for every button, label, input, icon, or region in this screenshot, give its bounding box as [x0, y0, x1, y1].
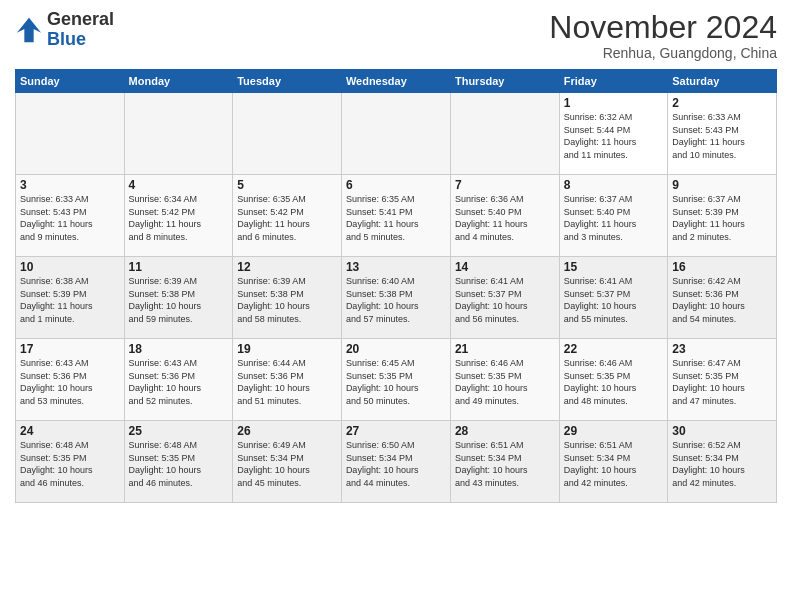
table-row: 17Sunrise: 6:43 AM Sunset: 5:36 PM Dayli…	[16, 339, 125, 421]
day-number: 7	[455, 178, 555, 192]
day-number: 17	[20, 342, 120, 356]
day-number: 5	[237, 178, 337, 192]
day-number: 12	[237, 260, 337, 274]
day-info: Sunrise: 6:43 AM Sunset: 5:36 PM Dayligh…	[20, 357, 120, 407]
day-number: 3	[20, 178, 120, 192]
table-row: 19Sunrise: 6:44 AM Sunset: 5:36 PM Dayli…	[233, 339, 342, 421]
day-info: Sunrise: 6:51 AM Sunset: 5:34 PM Dayligh…	[564, 439, 663, 489]
th-thursday: Thursday	[450, 70, 559, 93]
table-row: 18Sunrise: 6:43 AM Sunset: 5:36 PM Dayli…	[124, 339, 233, 421]
table-row: 4Sunrise: 6:34 AM Sunset: 5:42 PM Daylig…	[124, 175, 233, 257]
table-row: 21Sunrise: 6:46 AM Sunset: 5:35 PM Dayli…	[450, 339, 559, 421]
th-tuesday: Tuesday	[233, 70, 342, 93]
table-row: 26Sunrise: 6:49 AM Sunset: 5:34 PM Dayli…	[233, 421, 342, 503]
day-number: 27	[346, 424, 446, 438]
logo-line2: Blue	[47, 30, 114, 50]
calendar-week-row: 3Sunrise: 6:33 AM Sunset: 5:43 PM Daylig…	[16, 175, 777, 257]
location-subtitle: Renhua, Guangdong, China	[549, 45, 777, 61]
day-info: Sunrise: 6:38 AM Sunset: 5:39 PM Dayligh…	[20, 275, 120, 325]
day-info: Sunrise: 6:34 AM Sunset: 5:42 PM Dayligh…	[129, 193, 229, 243]
table-row: 14Sunrise: 6:41 AM Sunset: 5:37 PM Dayli…	[450, 257, 559, 339]
day-info: Sunrise: 6:50 AM Sunset: 5:34 PM Dayligh…	[346, 439, 446, 489]
day-number: 1	[564, 96, 663, 110]
logo-icon	[15, 16, 43, 44]
day-number: 26	[237, 424, 337, 438]
day-info: Sunrise: 6:37 AM Sunset: 5:40 PM Dayligh…	[564, 193, 663, 243]
th-saturday: Saturday	[668, 70, 777, 93]
day-info: Sunrise: 6:32 AM Sunset: 5:44 PM Dayligh…	[564, 111, 663, 161]
day-info: Sunrise: 6:46 AM Sunset: 5:35 PM Dayligh…	[455, 357, 555, 407]
table-row	[341, 93, 450, 175]
calendar-week-row: 1Sunrise: 6:32 AM Sunset: 5:44 PM Daylig…	[16, 93, 777, 175]
day-info: Sunrise: 6:48 AM Sunset: 5:35 PM Dayligh…	[129, 439, 229, 489]
table-row: 27Sunrise: 6:50 AM Sunset: 5:34 PM Dayli…	[341, 421, 450, 503]
table-row	[124, 93, 233, 175]
calendar-table: Sunday Monday Tuesday Wednesday Thursday…	[15, 69, 777, 503]
th-sunday: Sunday	[16, 70, 125, 93]
day-number: 29	[564, 424, 663, 438]
header: General Blue November 2024 Renhua, Guang…	[15, 10, 777, 61]
day-number: 23	[672, 342, 772, 356]
day-info: Sunrise: 6:40 AM Sunset: 5:38 PM Dayligh…	[346, 275, 446, 325]
day-number: 30	[672, 424, 772, 438]
day-info: Sunrise: 6:51 AM Sunset: 5:34 PM Dayligh…	[455, 439, 555, 489]
calendar-header-row: Sunday Monday Tuesday Wednesday Thursday…	[16, 70, 777, 93]
table-row: 2Sunrise: 6:33 AM Sunset: 5:43 PM Daylig…	[668, 93, 777, 175]
day-info: Sunrise: 6:33 AM Sunset: 5:43 PM Dayligh…	[672, 111, 772, 161]
table-row: 11Sunrise: 6:39 AM Sunset: 5:38 PM Dayli…	[124, 257, 233, 339]
calendar-week-row: 24Sunrise: 6:48 AM Sunset: 5:35 PM Dayli…	[16, 421, 777, 503]
day-number: 11	[129, 260, 229, 274]
table-row: 20Sunrise: 6:45 AM Sunset: 5:35 PM Dayli…	[341, 339, 450, 421]
day-number: 18	[129, 342, 229, 356]
day-number: 13	[346, 260, 446, 274]
day-number: 8	[564, 178, 663, 192]
table-row: 25Sunrise: 6:48 AM Sunset: 5:35 PM Dayli…	[124, 421, 233, 503]
day-number: 28	[455, 424, 555, 438]
svg-marker-0	[17, 18, 41, 42]
day-number: 20	[346, 342, 446, 356]
table-row: 22Sunrise: 6:46 AM Sunset: 5:35 PM Dayli…	[559, 339, 667, 421]
page-container: General Blue November 2024 Renhua, Guang…	[0, 0, 792, 508]
table-row: 5Sunrise: 6:35 AM Sunset: 5:42 PM Daylig…	[233, 175, 342, 257]
th-monday: Monday	[124, 70, 233, 93]
table-row: 12Sunrise: 6:39 AM Sunset: 5:38 PM Dayli…	[233, 257, 342, 339]
day-info: Sunrise: 6:41 AM Sunset: 5:37 PM Dayligh…	[455, 275, 555, 325]
table-row: 15Sunrise: 6:41 AM Sunset: 5:37 PM Dayli…	[559, 257, 667, 339]
title-block: November 2024 Renhua, Guangdong, China	[549, 10, 777, 61]
day-number: 4	[129, 178, 229, 192]
day-number: 15	[564, 260, 663, 274]
day-info: Sunrise: 6:39 AM Sunset: 5:38 PM Dayligh…	[237, 275, 337, 325]
day-info: Sunrise: 6:41 AM Sunset: 5:37 PM Dayligh…	[564, 275, 663, 325]
th-friday: Friday	[559, 70, 667, 93]
day-info: Sunrise: 6:48 AM Sunset: 5:35 PM Dayligh…	[20, 439, 120, 489]
day-number: 21	[455, 342, 555, 356]
day-info: Sunrise: 6:49 AM Sunset: 5:34 PM Dayligh…	[237, 439, 337, 489]
day-info: Sunrise: 6:37 AM Sunset: 5:39 PM Dayligh…	[672, 193, 772, 243]
table-row	[450, 93, 559, 175]
day-info: Sunrise: 6:45 AM Sunset: 5:35 PM Dayligh…	[346, 357, 446, 407]
table-row: 28Sunrise: 6:51 AM Sunset: 5:34 PM Dayli…	[450, 421, 559, 503]
day-info: Sunrise: 6:36 AM Sunset: 5:40 PM Dayligh…	[455, 193, 555, 243]
table-row: 3Sunrise: 6:33 AM Sunset: 5:43 PM Daylig…	[16, 175, 125, 257]
table-row: 30Sunrise: 6:52 AM Sunset: 5:34 PM Dayli…	[668, 421, 777, 503]
table-row: 8Sunrise: 6:37 AM Sunset: 5:40 PM Daylig…	[559, 175, 667, 257]
day-info: Sunrise: 6:33 AM Sunset: 5:43 PM Dayligh…	[20, 193, 120, 243]
day-info: Sunrise: 6:52 AM Sunset: 5:34 PM Dayligh…	[672, 439, 772, 489]
table-row: 13Sunrise: 6:40 AM Sunset: 5:38 PM Dayli…	[341, 257, 450, 339]
table-row: 1Sunrise: 6:32 AM Sunset: 5:44 PM Daylig…	[559, 93, 667, 175]
table-row	[16, 93, 125, 175]
day-number: 24	[20, 424, 120, 438]
day-info: Sunrise: 6:44 AM Sunset: 5:36 PM Dayligh…	[237, 357, 337, 407]
day-number: 10	[20, 260, 120, 274]
day-number: 22	[564, 342, 663, 356]
logo: General Blue	[15, 10, 114, 50]
day-number: 14	[455, 260, 555, 274]
table-row: 9Sunrise: 6:37 AM Sunset: 5:39 PM Daylig…	[668, 175, 777, 257]
table-row: 6Sunrise: 6:35 AM Sunset: 5:41 PM Daylig…	[341, 175, 450, 257]
day-number: 9	[672, 178, 772, 192]
calendar-week-row: 17Sunrise: 6:43 AM Sunset: 5:36 PM Dayli…	[16, 339, 777, 421]
day-info: Sunrise: 6:35 AM Sunset: 5:41 PM Dayligh…	[346, 193, 446, 243]
day-info: Sunrise: 6:43 AM Sunset: 5:36 PM Dayligh…	[129, 357, 229, 407]
day-number: 6	[346, 178, 446, 192]
day-number: 16	[672, 260, 772, 274]
